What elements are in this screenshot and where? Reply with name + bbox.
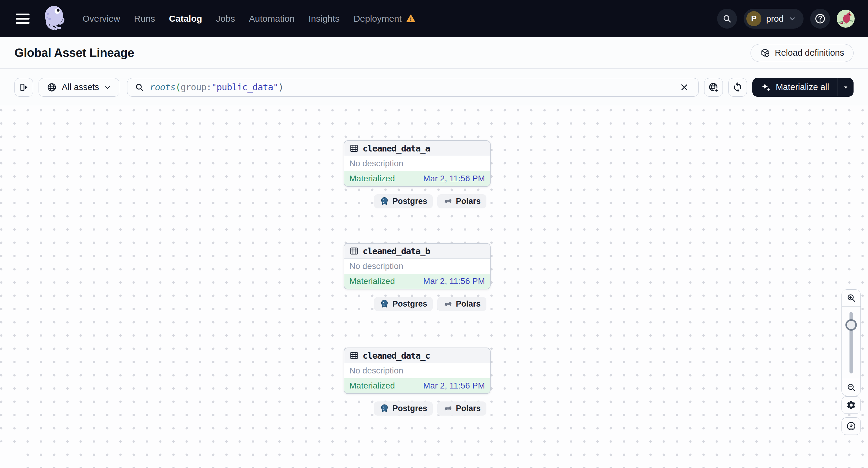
tag-polars[interactable]: Polars <box>437 297 487 311</box>
asset-status-row: Materialized Mar 2, 11:56 PM <box>344 171 490 186</box>
global-search-button[interactable] <box>717 9 737 29</box>
nav-item-deployment[interactable]: Deployment <box>353 13 415 24</box>
asset-node-header: cleaned_data_b <box>344 244 490 259</box>
tag-label: Polars <box>456 299 481 309</box>
view-asset-group-button[interactable] <box>704 78 723 97</box>
asset-tag-row: Postgres Polars <box>344 401 491 415</box>
nav-item-catalog[interactable]: Catalog <box>169 13 202 24</box>
clear-query-button[interactable] <box>677 81 691 94</box>
environment-badge: P <box>746 11 762 26</box>
table-icon <box>349 144 359 153</box>
download-icon <box>846 421 856 431</box>
query-key-token: group <box>180 82 206 92</box>
asset-node-group: cleaned_data_b No description Materializ… <box>344 243 491 311</box>
materialize-options-button[interactable] <box>838 78 853 96</box>
tag-label: Polars <box>456 404 481 413</box>
materialization-timestamp[interactable]: Mar 2, 11:56 PM <box>423 277 485 286</box>
materialization-timestamp[interactable]: Mar 2, 11:56 PM <box>423 174 485 183</box>
asset-scope-label: All assets <box>62 82 99 92</box>
search-icon <box>722 14 732 24</box>
minimap-corner <box>0 457 11 468</box>
query-colon-token: : <box>206 82 211 92</box>
polars-icon <box>443 197 453 206</box>
asset-node-group: cleaned_data_c No description Materializ… <box>344 347 491 415</box>
dagster-logo[interactable] <box>41 4 68 33</box>
avatar-bird-image <box>837 10 855 28</box>
nav-item-insights[interactable]: Insights <box>308 13 339 24</box>
tag-postgres[interactable]: Postgres <box>374 401 433 415</box>
materialize-all-button[interactable]: Materialize all <box>753 78 838 96</box>
download-graph-button[interactable] <box>841 417 861 435</box>
zoom-control-group <box>841 289 861 396</box>
chevron-down-icon <box>104 84 111 91</box>
environment-name: prod <box>766 14 784 24</box>
asset-node-cleaned-data-a[interactable]: cleaned_data_a No description Materializ… <box>344 141 491 187</box>
page-header: Global Asset Lineage Reload definitions <box>0 37 868 69</box>
caret-down-icon <box>842 84 849 91</box>
lineage-toolbar: All assets roots(group:"public_data") <box>0 69 868 106</box>
nav-item-runs[interactable]: Runs <box>134 13 155 24</box>
materialization-timestamp[interactable]: Mar 2, 11:56 PM <box>423 381 485 391</box>
help-icon <box>814 13 826 25</box>
reload-definitions-button[interactable]: Reload definitions <box>750 44 854 62</box>
query-value-token: "public_data" <box>211 82 278 92</box>
asset-node-cleaned-data-c[interactable]: cleaned_data_c No description Materializ… <box>344 347 491 394</box>
refresh-button[interactable] <box>728 78 747 97</box>
postgres-icon <box>380 299 389 309</box>
nav-item-automation[interactable]: Automation <box>249 13 294 24</box>
asset-status-row: Materialized Mar 2, 11:56 PM <box>344 378 490 393</box>
asset-name: cleaned_data_a <box>363 143 430 154</box>
tag-polars[interactable]: Polars <box>437 194 487 209</box>
page-title: Global Asset Lineage <box>14 46 134 60</box>
lineage-canvas[interactable]: cleaned_data_a No description Materializ… <box>0 106 868 468</box>
tag-postgres[interactable]: Postgres <box>374 194 433 209</box>
tag-label: Postgres <box>393 404 427 413</box>
asset-scope-dropdown[interactable]: All assets <box>38 78 119 97</box>
asset-node-cleaned-data-b[interactable]: cleaned_data_b No description Materializ… <box>344 243 491 289</box>
asset-description: No description <box>344 259 490 274</box>
table-icon <box>349 351 359 360</box>
tag-polars[interactable]: Polars <box>437 401 487 415</box>
zoom-in-button[interactable] <box>842 290 861 307</box>
top-nav: Overview Runs Catalog Jobs Automation In… <box>0 0 868 37</box>
hamburger-menu-button[interactable] <box>16 13 30 24</box>
nav-item-jobs[interactable]: Jobs <box>216 13 235 24</box>
status-badge: Materialized <box>349 277 395 286</box>
asset-name: cleaned_data_b <box>363 246 430 256</box>
reload-definitions-label: Reload definitions <box>775 48 844 58</box>
tag-label: Postgres <box>393 299 427 309</box>
help-button[interactable] <box>810 9 830 29</box>
asset-selection-input[interactable]: roots(group:"public_data") <box>127 78 699 97</box>
zoom-slider-handle[interactable] <box>845 319 857 331</box>
query-open-paren: ( <box>175 82 180 92</box>
polars-icon <box>443 404 453 413</box>
zoom-out-button[interactable] <box>842 379 861 396</box>
status-badge: Materialized <box>349 174 395 183</box>
search-icon <box>135 83 144 92</box>
table-icon <box>349 246 359 256</box>
materialize-all-label: Materialize all <box>776 82 829 92</box>
environment-switcher[interactable]: P prod <box>744 9 804 29</box>
asset-status-row: Materialized Mar 2, 11:56 PM <box>344 274 490 289</box>
tag-postgres[interactable]: Postgres <box>374 297 433 311</box>
asset-tag-row: Postgres Polars <box>344 297 491 311</box>
query-function-token: roots <box>150 82 175 92</box>
asset-node-header: cleaned_data_a <box>344 141 490 156</box>
nav-item-overview[interactable]: Overview <box>83 13 120 24</box>
sparkle-icon <box>761 82 771 92</box>
lineage-settings-button[interactable] <box>841 396 861 414</box>
asset-selection-query: roots(group:"public_data") <box>150 82 672 92</box>
zoom-in-icon <box>846 293 856 303</box>
user-avatar[interactable] <box>837 10 855 28</box>
tag-label: Polars <box>456 197 481 206</box>
globe-icon <box>47 82 57 92</box>
refresh-icon <box>732 82 743 93</box>
open-sidebar-panel-button[interactable] <box>14 78 33 97</box>
postgres-icon <box>380 404 389 413</box>
gear-icon <box>846 400 856 410</box>
zoom-out-icon <box>846 382 856 393</box>
zoom-slider[interactable] <box>842 307 861 379</box>
globe-add-icon <box>708 82 719 93</box>
asset-node-group: cleaned_data_a No description Materializ… <box>344 141 491 209</box>
chevron-down-icon <box>788 15 796 23</box>
